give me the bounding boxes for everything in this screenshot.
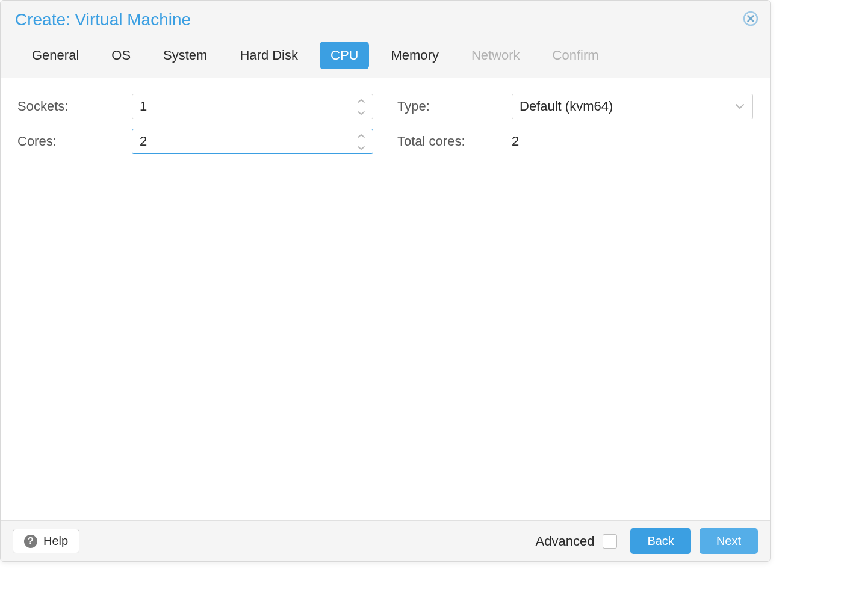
chevron-down-icon xyxy=(734,103,745,109)
sockets-input[interactable] xyxy=(132,94,353,119)
total-cores-label: Total cores: xyxy=(397,134,512,149)
dialog-body: Sockets: Type: Def xyxy=(1,78,770,520)
back-button[interactable]: Back xyxy=(630,528,690,554)
sockets-label: Sockets: xyxy=(17,99,132,114)
tab-memory[interactable]: Memory xyxy=(380,42,449,69)
chevron-down-icon xyxy=(357,107,365,118)
tab-cpu[interactable]: CPU xyxy=(320,42,369,69)
tab-general[interactable]: General xyxy=(21,42,90,69)
sockets-spinner[interactable] xyxy=(353,95,373,118)
advanced-checkbox[interactable] xyxy=(603,534,617,549)
type-row: Type: Default (kvm64) xyxy=(397,94,753,119)
chevron-down-icon xyxy=(357,142,365,153)
type-value: Default (kvm64) xyxy=(520,99,734,114)
advanced-label: Advanced xyxy=(536,534,595,549)
dialog-footer: ? Help Advanced Back Next xyxy=(1,520,770,561)
help-button[interactable]: ? Help xyxy=(13,529,79,553)
total-cores-row: Total cores: 2 xyxy=(397,129,753,154)
cores-row: Cores: xyxy=(17,129,373,154)
wizard-tabs: General OS System Hard Disk CPU Memory N… xyxy=(1,38,770,78)
dialog-title: Create: Virtual Machine xyxy=(1,1,770,38)
chevron-up-icon xyxy=(357,130,365,141)
cpu-form: Sockets: Type: Def xyxy=(17,94,753,154)
cores-label: Cores: xyxy=(17,134,132,149)
tab-hard-disk[interactable]: Hard Disk xyxy=(229,42,309,69)
help-label: Help xyxy=(43,534,68,548)
sockets-field[interactable] xyxy=(132,94,373,119)
cores-input[interactable] xyxy=(132,129,353,153)
create-vm-dialog: Create: Virtual Machine General OS Syste… xyxy=(0,0,771,562)
tab-network: Network xyxy=(461,42,531,69)
dialog-header: Create: Virtual Machine General OS Syste… xyxy=(1,1,770,78)
tab-confirm: Confirm xyxy=(542,42,610,69)
next-button[interactable]: Next xyxy=(700,528,758,554)
type-label: Type: xyxy=(397,99,512,114)
tab-os[interactable]: OS xyxy=(101,42,141,69)
help-icon: ? xyxy=(24,535,37,548)
close-button[interactable] xyxy=(742,11,759,28)
close-icon xyxy=(743,11,758,29)
tab-system[interactable]: System xyxy=(152,42,218,69)
cores-field[interactable] xyxy=(132,129,373,154)
sockets-row: Sockets: xyxy=(17,94,373,119)
chevron-up-icon xyxy=(357,95,365,106)
type-select[interactable]: Default (kvm64) xyxy=(512,94,753,119)
total-cores-value: 2 xyxy=(512,134,519,149)
cores-spinner[interactable] xyxy=(353,130,373,153)
